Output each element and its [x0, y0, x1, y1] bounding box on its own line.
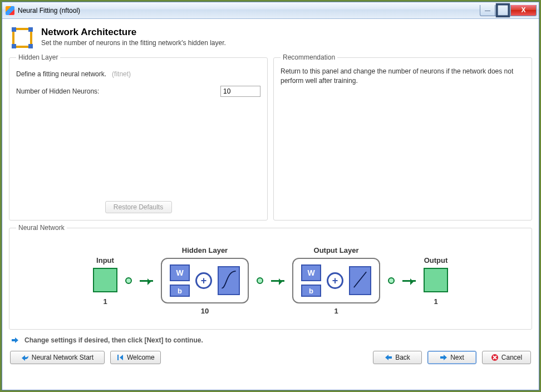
back-button[interactable]: Back [373, 351, 422, 364]
minimize-button[interactable]: — [480, 5, 495, 16]
maximize-button[interactable] [495, 5, 511, 16]
hidden-layer-panel: Hidden Layer Define a fitting neural net… [9, 53, 268, 220]
connector-dot-icon [388, 277, 395, 284]
fitnet-link[interactable]: (fitnet) [112, 70, 131, 78]
neurons-row: Number of Hidden Neurons: [16, 86, 260, 97]
settings-row: Hidden Layer Define a fitting neural net… [9, 53, 532, 220]
input-block: Input 1 [93, 256, 117, 306]
footer-buttons: Neural Network Start Welcome Back Next C… [9, 350, 532, 364]
recommendation-text: Return to this panel and change the numb… [281, 67, 525, 86]
hidden-layer-legend: Hidden Layer [16, 53, 60, 61]
svg-rect-0 [497, 4, 509, 16]
client-area: Network Architecture Set the number of n… [2, 19, 539, 390]
page-subtitle: Set the number of neurons in the fitting… [41, 39, 226, 47]
neural-network-start-button[interactable]: Neural Network Start [10, 351, 105, 364]
page-header: Network Architecture Set the number of n… [9, 24, 532, 50]
connector-dot-icon [257, 277, 263, 284]
output-node-icon [424, 268, 448, 292]
architecture-icon [11, 27, 33, 49]
next-icon [440, 354, 447, 361]
weight-block-icon: W [170, 264, 190, 281]
close-button[interactable]: X [511, 5, 537, 16]
input-node-icon [93, 268, 117, 292]
hint-text: Change settings if desired, then click [… [24, 336, 203, 344]
connector-dot-icon [125, 277, 132, 284]
neural-network-legend: Neural Network [16, 224, 67, 232]
sum-icon: + [195, 272, 212, 289]
bias-block-icon: b [170, 285, 190, 297]
page-title: Network Architecture [41, 27, 226, 38]
arrow-icon [140, 280, 153, 282]
svg-rect-2 [12, 27, 16, 32]
recommendation-panel: Recommendation Return to this panel and … [273, 53, 532, 220]
svg-rect-5 [28, 44, 33, 48]
sum-icon: + [327, 272, 343, 289]
neurons-input[interactable] [220, 86, 260, 97]
window-buttons: — X [480, 5, 537, 16]
neural-network-panel: Neural Network Input 1 Hidden Layer W b [9, 224, 532, 330]
output-block: Output 1 [424, 256, 448, 306]
neurons-label: Number of Hidden Neurons: [16, 87, 99, 95]
tansig-icon [218, 266, 240, 295]
output-layer-block: Output Layer W b + 1 [292, 246, 380, 315]
hidden-layer-block: Hidden Layer W b + 10 [161, 246, 249, 315]
recommendation-legend: Recommendation [281, 53, 337, 61]
application-window: Neural Fitting (nftool) — X Network Arch… [2, 2, 539, 390]
arrow-icon [271, 280, 284, 282]
bias-block-icon: b [301, 285, 321, 297]
network-diagram: Input 1 Hidden Layer W b + [16, 246, 525, 315]
window-title: Neural Fitting (nftool) [18, 7, 480, 14]
welcome-button[interactable]: Welcome [110, 351, 161, 364]
purelin-icon [349, 266, 371, 295]
arrow-icon [402, 280, 416, 282]
svg-rect-3 [28, 27, 33, 32]
hidden-layer-desc: Define a fitting neural network. (fitnet… [16, 70, 260, 78]
matlab-icon [6, 6, 14, 15]
svg-rect-4 [12, 44, 16, 48]
cancel-icon [491, 354, 499, 361]
cancel-button[interactable]: Cancel [482, 351, 531, 364]
rewind-icon [116, 354, 124, 361]
next-arrow-icon [11, 336, 19, 344]
back-icon [385, 354, 392, 361]
titlebar[interactable]: Neural Fitting (nftool) — X [2, 2, 539, 19]
restore-defaults-button[interactable]: Restore Defaults [105, 201, 172, 213]
next-button[interactable]: Next [427, 351, 476, 364]
reply-icon [21, 354, 29, 361]
hint-bar: Change settings if desired, then click [… [9, 333, 532, 346]
weight-block-icon: W [301, 264, 321, 281]
